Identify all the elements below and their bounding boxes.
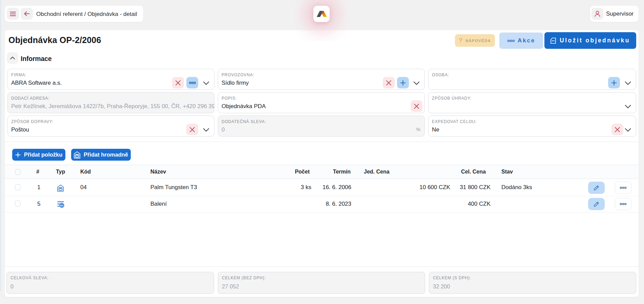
svg-text:Kč: Kč — [60, 204, 63, 207]
